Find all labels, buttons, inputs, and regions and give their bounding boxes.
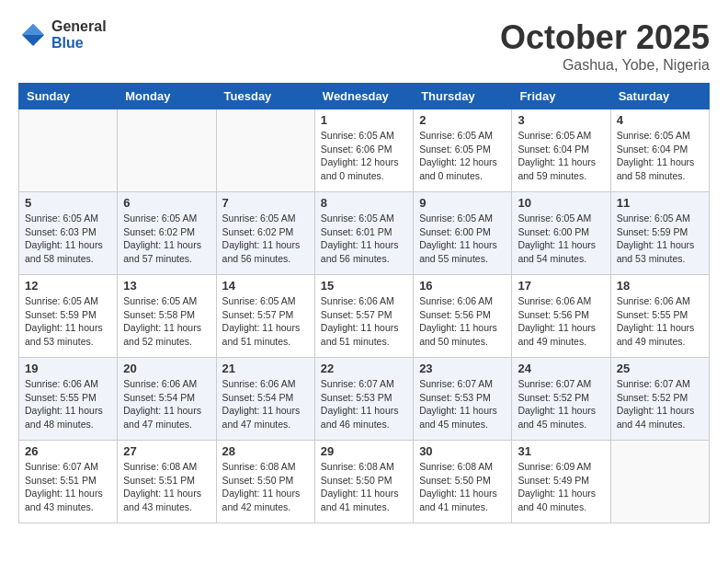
- header: General Blue October 2025 Gashua, Yobe, …: [18, 18, 710, 74]
- calendar-cell: 9Sunrise: 6:05 AMSunset: 6:00 PMDaylight…: [414, 192, 512, 275]
- day-number: 19: [25, 362, 111, 375]
- day-info: Sunrise: 6:08 AMSunset: 5:51 PMDaylight:…: [123, 460, 210, 514]
- calendar-cell: 8Sunrise: 6:05 AMSunset: 6:01 PMDaylight…: [314, 192, 413, 275]
- calendar-header-row: SundayMondayTuesdayWednesdayThursdayFrid…: [19, 84, 710, 109]
- day-info: Sunrise: 6:07 AMSunset: 5:53 PMDaylight:…: [419, 377, 506, 431]
- column-header-wednesday: Wednesday: [314, 84, 413, 109]
- calendar-cell: 22Sunrise: 6:07 AMSunset: 5:53 PMDayligh…: [314, 358, 413, 441]
- day-number: 6: [123, 196, 210, 210]
- calendar-cell: 4Sunrise: 6:05 AMSunset: 6:04 PMDaylight…: [610, 109, 709, 192]
- day-number: 29: [321, 444, 407, 458]
- calendar-cell: 23Sunrise: 6:07 AMSunset: 5:53 PMDayligh…: [414, 358, 512, 441]
- day-info: Sunrise: 6:07 AMSunset: 5:52 PMDaylight:…: [518, 377, 604, 431]
- column-header-friday: Friday: [512, 84, 610, 109]
- day-info: Sunrise: 6:05 AMSunset: 6:00 PMDaylight:…: [518, 212, 604, 266]
- day-info: Sunrise: 6:05 AMSunset: 5:57 PMDaylight:…: [222, 294, 309, 349]
- calendar-cell: 7Sunrise: 6:05 AMSunset: 6:02 PMDaylight…: [216, 192, 314, 275]
- calendar-cell: 15Sunrise: 6:06 AMSunset: 5:57 PMDayligh…: [314, 275, 413, 358]
- day-number: 16: [419, 279, 506, 293]
- day-number: 12: [25, 279, 111, 293]
- calendar-cell: 16Sunrise: 6:06 AMSunset: 5:56 PMDayligh…: [414, 275, 512, 358]
- calendar-cell: 24Sunrise: 6:07 AMSunset: 5:52 PMDayligh…: [512, 358, 610, 441]
- calendar-cell: 27Sunrise: 6:08 AMSunset: 5:51 PMDayligh…: [118, 441, 216, 523]
- location-title: Gashua, Yobe, Nigeria: [500, 57, 710, 74]
- calendar-cell: 30Sunrise: 6:08 AMSunset: 5:50 PMDayligh…: [414, 441, 512, 523]
- calendar-week-row: 1Sunrise: 6:05 AMSunset: 6:06 PMDaylight…: [19, 109, 710, 192]
- day-number: 22: [321, 362, 407, 375]
- calendar-week-row: 5Sunrise: 6:05 AMSunset: 6:03 PMDaylight…: [19, 192, 710, 275]
- column-header-sunday: Sunday: [19, 84, 118, 109]
- calendar-cell: 18Sunrise: 6:06 AMSunset: 5:55 PMDayligh…: [610, 275, 709, 358]
- day-number: 11: [617, 196, 703, 210]
- day-number: 9: [419, 196, 506, 210]
- day-number: 17: [518, 279, 604, 293]
- calendar-cell: 28Sunrise: 6:08 AMSunset: 5:50 PMDayligh…: [216, 441, 314, 523]
- day-info: Sunrise: 6:05 AMSunset: 6:04 PMDaylight:…: [518, 129, 604, 183]
- day-info: Sunrise: 6:09 AMSunset: 5:49 PMDaylight:…: [518, 460, 604, 514]
- day-info: Sunrise: 6:05 AMSunset: 6:02 PMDaylight:…: [222, 212, 309, 266]
- calendar-cell: 31Sunrise: 6:09 AMSunset: 5:49 PMDayligh…: [512, 441, 610, 523]
- day-number: 23: [419, 362, 506, 375]
- calendar-cell: [610, 441, 709, 523]
- day-info: Sunrise: 6:06 AMSunset: 5:56 PMDaylight:…: [518, 294, 604, 349]
- day-info: Sunrise: 6:05 AMSunset: 6:04 PMDaylight:…: [617, 129, 703, 183]
- calendar-cell: 10Sunrise: 6:05 AMSunset: 6:00 PMDayligh…: [512, 192, 610, 275]
- day-number: 26: [25, 444, 111, 458]
- day-info: Sunrise: 6:05 AMSunset: 6:06 PMDaylight:…: [321, 129, 407, 183]
- day-number: 24: [518, 362, 604, 375]
- calendar-cell: 25Sunrise: 6:07 AMSunset: 5:52 PMDayligh…: [610, 358, 709, 441]
- day-info: Sunrise: 6:05 AMSunset: 5:59 PMDaylight:…: [617, 212, 703, 266]
- calendar-cell: 12Sunrise: 6:05 AMSunset: 5:59 PMDayligh…: [19, 275, 118, 358]
- calendar-cell: 21Sunrise: 6:06 AMSunset: 5:54 PMDayligh…: [216, 358, 314, 441]
- day-number: 28: [222, 444, 309, 458]
- column-header-tuesday: Tuesday: [216, 84, 314, 109]
- column-header-saturday: Saturday: [610, 84, 709, 109]
- day-info: Sunrise: 6:08 AMSunset: 5:50 PMDaylight:…: [321, 460, 407, 514]
- calendar-week-row: 19Sunrise: 6:06 AMSunset: 5:55 PMDayligh…: [19, 358, 710, 441]
- day-number: 21: [222, 362, 309, 375]
- day-number: 5: [25, 196, 111, 210]
- calendar-cell: 2Sunrise: 6:05 AMSunset: 6:05 PMDaylight…: [414, 109, 512, 192]
- day-info: Sunrise: 6:05 AMSunset: 6:02 PMDaylight:…: [123, 212, 210, 266]
- day-number: 7: [222, 196, 309, 210]
- day-info: Sunrise: 6:06 AMSunset: 5:54 PMDaylight:…: [222, 377, 309, 431]
- day-number: 4: [617, 113, 703, 127]
- day-info: Sunrise: 6:05 AMSunset: 5:59 PMDaylight:…: [25, 294, 111, 349]
- day-number: 18: [617, 279, 703, 293]
- calendar-cell: [19, 109, 118, 192]
- calendar-cell: 14Sunrise: 6:05 AMSunset: 5:57 PMDayligh…: [216, 275, 314, 358]
- day-number: 3: [518, 113, 604, 127]
- calendar-cell: 11Sunrise: 6:05 AMSunset: 5:59 PMDayligh…: [610, 192, 709, 275]
- day-number: 25: [617, 362, 703, 375]
- calendar-week-row: 12Sunrise: 6:05 AMSunset: 5:59 PMDayligh…: [19, 275, 710, 358]
- calendar-cell: 6Sunrise: 6:05 AMSunset: 6:02 PMDaylight…: [118, 192, 216, 275]
- day-number: 8: [321, 196, 407, 210]
- day-number: 13: [123, 279, 210, 293]
- calendar-cell: [216, 109, 314, 192]
- calendar-table: SundayMondayTuesdayWednesdayThursdayFrid…: [18, 83, 710, 523]
- day-number: 14: [222, 279, 309, 293]
- day-number: 30: [419, 444, 506, 458]
- day-info: Sunrise: 6:06 AMSunset: 5:55 PMDaylight:…: [617, 294, 703, 349]
- calendar-cell: 13Sunrise: 6:05 AMSunset: 5:58 PMDayligh…: [118, 275, 216, 358]
- month-title: October 2025: [500, 18, 710, 57]
- day-number: 31: [518, 444, 604, 458]
- calendar-cell: 17Sunrise: 6:06 AMSunset: 5:56 PMDayligh…: [512, 275, 610, 358]
- calendar-cell: 5Sunrise: 6:05 AMSunset: 6:03 PMDaylight…: [19, 192, 118, 275]
- calendar-cell: 20Sunrise: 6:06 AMSunset: 5:54 PMDayligh…: [118, 358, 216, 441]
- day-info: Sunrise: 6:05 AMSunset: 6:03 PMDaylight:…: [25, 212, 111, 266]
- day-number: 20: [123, 362, 210, 375]
- calendar-cell: 29Sunrise: 6:08 AMSunset: 5:50 PMDayligh…: [314, 441, 413, 523]
- calendar-cell: [118, 109, 216, 192]
- day-number: 15: [321, 279, 407, 293]
- calendar-cell: 1Sunrise: 6:05 AMSunset: 6:06 PMDaylight…: [314, 109, 413, 192]
- day-info: Sunrise: 6:07 AMSunset: 5:53 PMDaylight:…: [321, 377, 407, 431]
- day-info: Sunrise: 6:05 AMSunset: 6:05 PMDaylight:…: [419, 129, 506, 183]
- day-info: Sunrise: 6:06 AMSunset: 5:55 PMDaylight:…: [25, 377, 111, 431]
- day-number: 27: [123, 444, 210, 458]
- logo-icon: [18, 20, 48, 50]
- day-info: Sunrise: 6:08 AMSunset: 5:50 PMDaylight:…: [222, 460, 309, 514]
- svg-marker-1: [22, 24, 44, 35]
- calendar-cell: 3Sunrise: 6:05 AMSunset: 6:04 PMDaylight…: [512, 109, 610, 192]
- calendar-cell: 26Sunrise: 6:07 AMSunset: 5:51 PMDayligh…: [19, 441, 118, 523]
